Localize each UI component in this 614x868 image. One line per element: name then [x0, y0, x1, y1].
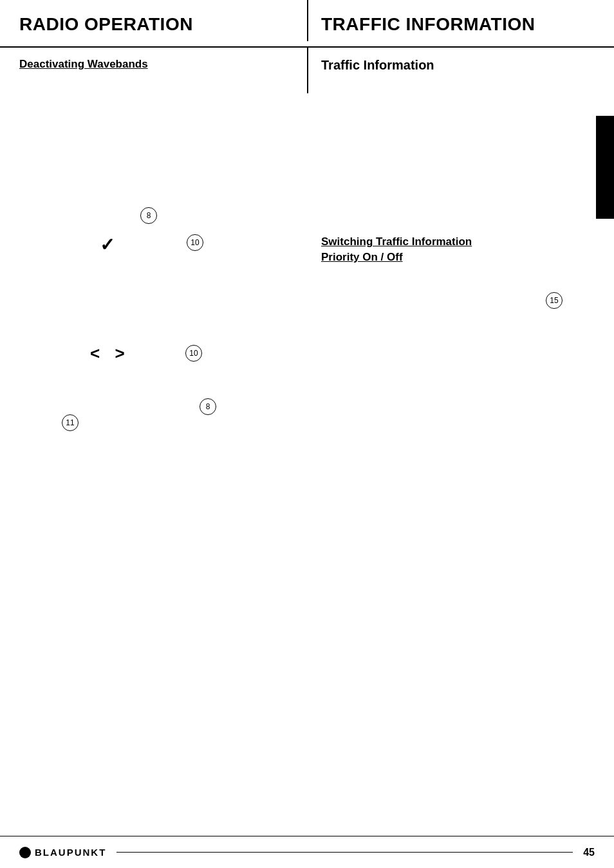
header-right: TRAFFIC INFORMATION	[307, 0, 614, 41]
right-column: Traffic Information Switching Traffic In…	[307, 48, 614, 93]
footer-line	[116, 852, 573, 853]
traffic-information-title: TRAFFIC INFORMATION	[321, 14, 535, 34]
radio-operation-title: RADIO OPERATION	[19, 14, 193, 34]
footer: BLAUPUNKT 45	[0, 836, 614, 868]
header: RADIO OPERATION TRAFFIC INFORMATION	[0, 0, 614, 48]
switching-traffic-heading: Switching Traffic Information Priority O…	[321, 234, 472, 265]
circle-8-top: 8	[140, 207, 157, 224]
side-tab	[596, 116, 614, 219]
left-column: Deactivating Wavebands 8 ✓ 10 < > 10 8 1…	[0, 48, 307, 93]
circle-10-mid: 10	[185, 345, 202, 362]
logo-area: BLAUPUNKT	[19, 847, 106, 858]
circle-8-bottom: 8	[200, 398, 216, 415]
logo-text: BLAUPUNKT	[35, 847, 106, 858]
traffic-information-subheading: Traffic Information	[321, 58, 601, 73]
deactivating-wavebands-heading: Deactivating Wavebands	[19, 58, 294, 71]
arrow-lr-symbol: < >	[90, 344, 130, 364]
circle-11: 11	[62, 414, 79, 431]
circle-10-top: 10	[187, 234, 203, 251]
header-left: RADIO OPERATION	[0, 0, 307, 41]
checkmark-symbol: ✓	[100, 234, 115, 255]
logo-dot	[19, 847, 31, 858]
page: RADIO OPERATION TRAFFIC INFORMATION Deac…	[0, 0, 614, 868]
page-number: 45	[583, 847, 595, 858]
content: Deactivating Wavebands 8 ✓ 10 < > 10 8 1…	[0, 48, 614, 93]
circle-15: 15	[546, 292, 563, 309]
